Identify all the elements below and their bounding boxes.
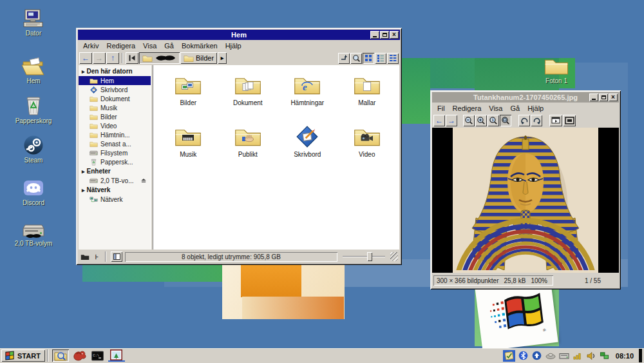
desktop-icon-foton[interactable]: Foton 1	[532, 54, 581, 84]
menu-ga[interactable]: Gå	[507, 104, 523, 112]
file-manager-titlebar[interactable]: Hem ×	[78, 30, 400, 40]
path-bilder-button[interactable]: Bilder	[180, 52, 217, 64]
menu-bokmarken[interactable]: Bokmärken	[178, 42, 221, 50]
resize-grip[interactable]	[390, 252, 398, 261]
start-button[interactable]: START	[1, 349, 45, 362]
menu-redigera[interactable]: Redigera	[450, 104, 485, 112]
desktop-icon-volym[interactable]: 2,0 TB-volym	[9, 217, 58, 247]
sidebar-section-enheter[interactable]: ▸Enheter	[79, 166, 151, 176]
image-canvas[interactable]	[432, 128, 619, 273]
list-view-button[interactable]	[375, 53, 386, 64]
desktop-icon-steam[interactable]: Steam	[9, 133, 58, 164]
redacted-username	[155, 55, 176, 61]
zoom-slider[interactable]	[343, 251, 385, 262]
sidebar-item-volym[interactable]: 2,0 TB-vo...	[79, 176, 151, 185]
rotate-left-button[interactable]	[518, 115, 530, 126]
tray-notes[interactable]	[503, 350, 515, 362]
tray-network-signal[interactable]	[573, 351, 583, 361]
sidebar-item-hem[interactable]: Hem	[79, 76, 151, 85]
tray-updater[interactable]	[532, 351, 542, 361]
menu-ga[interactable]: Gå	[161, 42, 177, 50]
tray-device[interactable]	[559, 351, 569, 361]
desktop-icon-hem[interactable]: Hem	[9, 54, 58, 84]
minimize-button[interactable]	[589, 93, 598, 101]
zoom-in-button[interactable]	[475, 115, 487, 126]
slider-track[interactable]	[343, 256, 385, 257]
sidebar-item-filsystem[interactable]: Filsystem	[79, 148, 151, 157]
file-musik[interactable]: Musik	[158, 124, 218, 176]
desktop-icon-dator[interactable]: Dator	[9, 6, 58, 37]
maximize-button[interactable]	[599, 93, 608, 101]
tray-app[interactable]	[545, 351, 556, 361]
next-image-button[interactable]: →	[446, 115, 457, 126]
show-desktop-button[interactable]	[639, 349, 642, 362]
menu-arkiv[interactable]: Arkiv	[80, 42, 102, 50]
task-file-manager[interactable]	[52, 349, 69, 362]
slider-handle[interactable]	[367, 252, 372, 261]
menu-visa[interactable]: Visa	[486, 104, 506, 112]
desktop-icon-discord[interactable]: Discord	[9, 176, 58, 206]
sidebar-item-musik[interactable]: Musik	[79, 103, 151, 112]
menu-visa[interactable]: Visa	[140, 42, 160, 50]
close-button[interactable]: ×	[609, 93, 618, 101]
zoom-original-button[interactable]: 1	[488, 115, 499, 126]
dragon-app-icon	[72, 349, 86, 362]
path-more-button[interactable]: ▸	[218, 52, 227, 64]
file-mallar[interactable]: Mallar	[337, 73, 397, 124]
tray-network[interactable]	[600, 351, 610, 361]
sidebar-section-computer[interactable]: ▸Den här datorn	[79, 66, 151, 76]
file-bilder[interactable]: Bilder	[158, 73, 218, 124]
dirtree-toggle-button[interactable]: ⊦	[93, 251, 100, 262]
previous-image-button[interactable]: ←	[433, 115, 445, 126]
maximize-button[interactable]	[380, 31, 389, 39]
sidebar-section-natverk[interactable]: ▸Nätverk	[79, 185, 151, 195]
sidebar-item-video[interactable]: Video	[79, 121, 151, 130]
sidebar-item-papperskorg[interactable]: Pappersk...	[79, 157, 151, 166]
tray-volume[interactable]	[586, 351, 596, 361]
forward-button[interactable]: →	[93, 52, 106, 64]
sidebar-item-hamtningar[interactable]: Hämtnin...	[79, 130, 151, 139]
file-publikt[interactable]: Publikt	[218, 124, 278, 176]
menu-hjalp[interactable]: Hjälp	[524, 104, 547, 112]
task-terminal[interactable]	[90, 349, 106, 362]
find-files-button[interactable]	[350, 53, 362, 64]
task-image-viewer[interactable]	[108, 349, 125, 362]
menu-fil[interactable]: Fil	[434, 104, 448, 112]
jump-to-button[interactable]	[338, 53, 350, 64]
compact-view-button[interactable]	[387, 53, 399, 64]
zoom-out-button[interactable]	[463, 115, 475, 126]
file-hamtningar[interactable]: e Hämtningar	[278, 73, 337, 124]
fullscreen-button[interactable]	[563, 115, 576, 126]
folder-icon	[90, 141, 98, 148]
back-button[interactable]: ←	[79, 52, 92, 64]
task-dragon-app[interactable]	[71, 349, 88, 362]
slideshow-button[interactable]	[549, 115, 562, 126]
sidebar-item-senast[interactable]: Senast a...	[79, 139, 151, 148]
menu-redigera[interactable]: Redigera	[103, 42, 138, 50]
menu-hjalp[interactable]: Hjälp	[222, 42, 245, 50]
file-dokument[interactable]: Dokument	[218, 73, 278, 124]
pin-path-button[interactable]	[126, 52, 138, 64]
tray-bluetooth[interactable]	[518, 351, 529, 361]
file-label: Video	[359, 151, 375, 158]
image-dimensions: 300 × 366 bildpunkter	[437, 277, 498, 284]
icon-view-button[interactable]	[363, 53, 374, 64]
sidebar-item-bilder[interactable]: Bilder	[79, 112, 151, 121]
image-viewer-titlebar[interactable]: Tutankhanum2-1707450265.jpg ×	[432, 92, 619, 103]
minimize-button[interactable]	[370, 31, 379, 39]
file-video[interactable]: Video	[337, 124, 397, 176]
taskbar-clock[interactable]: 08:10	[616, 352, 634, 360]
places-toggle-button[interactable]	[80, 251, 90, 262]
eject-icon[interactable]	[140, 178, 147, 183]
rotate-right-button[interactable]	[531, 115, 542, 126]
path-home-button[interactable]	[139, 52, 180, 64]
sidebar-item-natverk[interactable]: Nätverk	[79, 195, 151, 204]
up-button[interactable]: ↑	[106, 52, 119, 64]
file-skrivbord[interactable]: Skrivbord	[278, 124, 337, 176]
side-pane-button[interactable]	[111, 251, 122, 262]
sidebar-item-dokument[interactable]: Dokument	[79, 94, 151, 103]
sidebar-item-skrivbord[interactable]: Skrivbord	[79, 85, 151, 94]
desktop-icon-papperskorg[interactable]: Papperskorg	[9, 94, 58, 124]
zoom-fit-button[interactable]	[500, 115, 511, 126]
close-button[interactable]: ×	[390, 31, 399, 39]
